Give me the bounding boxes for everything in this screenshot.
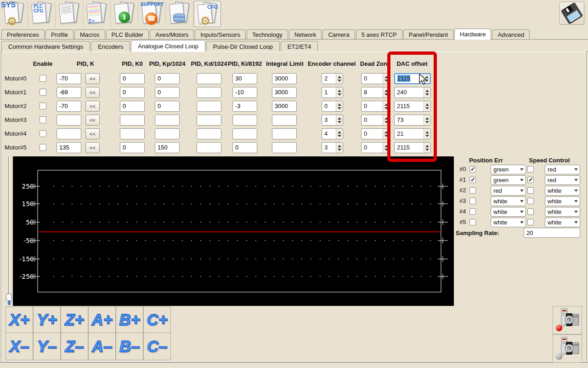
sampling-rate-input[interactable]: [524, 228, 580, 238]
pid-kp-field[interactable]: [155, 115, 180, 126]
spinner-arrows[interactable]: [336, 101, 343, 111]
spinner-arrows[interactable]: [383, 129, 390, 139]
pid-kd-field[interactable]: [197, 73, 221, 84]
dac-offset-spinner[interactable]: 2115: [394, 142, 431, 153]
position-err-checkbox[interactable]: [469, 177, 476, 183]
tab-macros[interactable]: Macros: [74, 29, 105, 39]
spin-up-icon[interactable]: [384, 145, 388, 147]
speed-control-checkbox[interactable]: [527, 208, 534, 215]
pid-kp-field[interactable]: 0: [155, 73, 180, 84]
expand-button[interactable]: <<: [85, 87, 100, 98]
spin-down-icon[interactable]: [425, 93, 429, 96]
spin-up-icon[interactable]: [338, 131, 341, 133]
spinner-arrows[interactable]: [383, 74, 390, 84]
speed-control-checkbox[interactable]: [527, 187, 534, 194]
spinner-arrows[interactable]: [424, 115, 430, 125]
dac-offset-spinner[interactable]: 73: [394, 115, 431, 126]
spinner-arrows[interactable]: [383, 87, 390, 98]
spin-down-icon[interactable]: [338, 149, 341, 151]
speed-control-checkbox[interactable]: [527, 219, 534, 225]
pid-kp-field[interactable]: 150: [155, 142, 180, 153]
position-err-checkbox[interactable]: [469, 208, 476, 215]
position-err-checkbox[interactable]: [469, 198, 476, 204]
spin-up-icon[interactable]: [425, 90, 429, 92]
spin-up-icon[interactable]: [338, 90, 341, 92]
tab-panel-pendant[interactable]: Panel/Pendant: [403, 29, 453, 39]
spinner-arrows[interactable]: [383, 143, 390, 153]
subtab-pulse-dir-closed-loop[interactable]: Pulse-Dir Closed Loop: [206, 41, 280, 52]
encoder-channel-spinner[interactable]: 3: [322, 115, 343, 126]
spinner-arrows[interactable]: [383, 115, 390, 125]
dead-zone-spinner[interactable]: 0: [361, 101, 390, 112]
spinner-arrows[interactable]: [336, 129, 343, 139]
position-err-checkbox[interactable]: [469, 187, 476, 194]
encoder-channel-spinner[interactable]: 3: [322, 142, 343, 153]
toolbar-button-info[interactable]: i: [111, 1, 138, 27]
pid-kd-field[interactable]: [197, 128, 221, 139]
speed-control-color-dropdown[interactable]: red: [545, 165, 580, 174]
spin-up-icon[interactable]: [425, 104, 429, 106]
spin-up-icon[interactable]: [384, 104, 388, 106]
expand-button[interactable]: <<: [85, 115, 100, 126]
pid-ki-field[interactable]: 30: [232, 73, 257, 84]
expand-button[interactable]: <<: [85, 142, 100, 153]
spin-up-icon[interactable]: [425, 131, 429, 133]
pid-kp-field[interactable]: 0: [155, 87, 180, 98]
pid-k-field[interactable]: [57, 115, 81, 126]
dead-zone-spinner[interactable]: 0: [361, 142, 390, 153]
tab-camera[interactable]: Camera: [322, 29, 355, 39]
dead-zone-spinner[interactable]: 8: [361, 87, 390, 98]
spin-down-icon[interactable]: [384, 121, 388, 123]
tab-inputs-sensors[interactable]: Inputs/Sensors: [195, 29, 246, 39]
spin-up-icon[interactable]: [384, 131, 388, 133]
pid-k-field[interactable]: [57, 128, 81, 139]
spin-down-icon[interactable]: [425, 107, 429, 109]
pid-ki-field[interactable]: -3: [232, 101, 257, 112]
spin-down-icon[interactable]: [338, 107, 341, 109]
expand-button[interactable]: <<: [85, 128, 100, 139]
position-err-checkbox[interactable]: [469, 219, 476, 225]
pid-k-field[interactable]: 135: [57, 142, 81, 153]
toolbar-button-sys-settings[interactable]: SYS⚙: [1, 1, 28, 27]
spin-down-icon[interactable]: [338, 121, 341, 123]
spin-up-icon[interactable]: [384, 76, 388, 78]
dead-zone-spinner[interactable]: 0: [361, 73, 390, 84]
subtab-et2-et4[interactable]: ET2/ET4: [281, 41, 318, 52]
jog-button-b-minus[interactable]: B–: [116, 333, 143, 360]
position-err-color-dropdown[interactable]: red: [491, 186, 526, 196]
spin-down-icon[interactable]: [425, 135, 429, 137]
spin-down-icon[interactable]: [384, 149, 388, 151]
enable-checkbox[interactable]: [40, 103, 46, 109]
jog-button-a-minus[interactable]: A–: [88, 333, 116, 360]
toolbar-button-plc-cfg[interactable]: PLC CFG: [28, 1, 56, 27]
jog-button-y-minus[interactable]: Y–: [33, 333, 61, 360]
toolbar-button-cfg[interactable]: CFG⚙: [194, 1, 221, 27]
position-err-color-dropdown[interactable]: green: [491, 165, 526, 174]
pid-kd-field[interactable]: [197, 115, 221, 126]
subtab-analogue-closed-loop[interactable]: Analogue Closed Loop: [131, 40, 205, 52]
pid-k0-field[interactable]: 0: [120, 73, 145, 84]
spin-down-icon[interactable]: [425, 80, 429, 82]
pid-kp-field[interactable]: 0: [155, 101, 180, 112]
pid-k-field[interactable]: -70: [57, 101, 81, 112]
pid-ki-field[interactable]: [232, 115, 257, 126]
toolbar-button-sum-report[interactable]: Σ=...: [84, 1, 111, 27]
spinner-arrows[interactable]: [424, 143, 430, 153]
integral-limit-field[interactable]: [272, 115, 297, 126]
toolbar-button-support[interactable]: SUPPORT☎: [139, 1, 166, 27]
jog-button-B-plus[interactable]: B+: [116, 306, 143, 333]
jog-button-A-plus[interactable]: A+: [88, 306, 116, 333]
tab-5-axes-rtcp[interactable]: 5 axes RTCP: [356, 29, 402, 39]
spinner-arrows[interactable]: [336, 143, 343, 153]
encoder-channel-spinner[interactable]: 0: [322, 101, 343, 112]
tab-plc-builder[interactable]: PLC Builder: [106, 29, 149, 39]
tab-preferences[interactable]: Preferences: [1, 29, 45, 39]
spinner-arrows[interactable]: [424, 129, 430, 139]
speed-control-color-dropdown[interactable]: white: [545, 186, 580, 196]
jog-button-C-plus[interactable]: C+: [143, 306, 171, 333]
spinner-arrows[interactable]: [424, 87, 430, 98]
integral-limit-field[interactable]: 3000: [272, 101, 297, 112]
expand-button[interactable]: <<: [85, 73, 100, 84]
pid-ki-field[interactable]: -10: [232, 87, 257, 98]
speed-control-color-dropdown[interactable]: white: [545, 218, 580, 227]
